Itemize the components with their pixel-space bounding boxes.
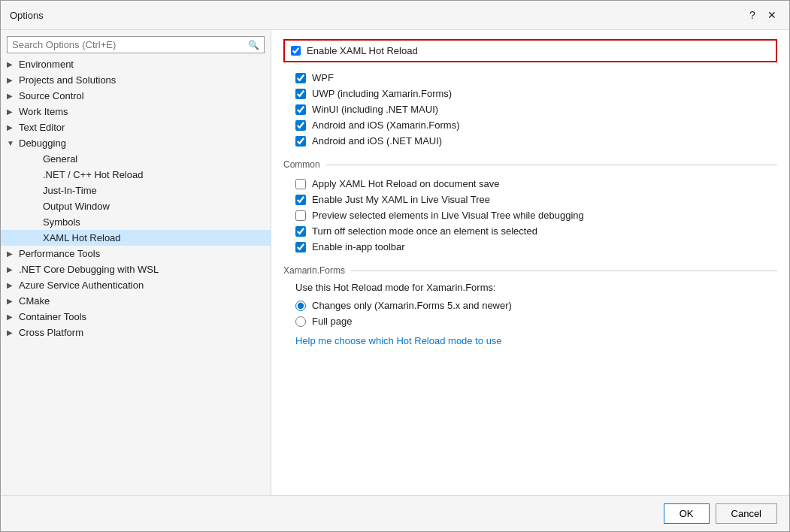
- tree-item-cmake[interactable]: ▶CMake: [1, 293, 271, 309]
- apply-on-save-row: Apply XAML Hot Reload on document save: [283, 176, 777, 192]
- uwp-checkbox[interactable]: [295, 89, 306, 99]
- tree-arrow-source-control: ▶: [7, 92, 19, 100]
- xamarin-label: Xamarin.Forms: [283, 265, 345, 276]
- full-page-radio[interactable]: [295, 316, 306, 327]
- common-divider: [326, 165, 777, 165]
- in-app-toolbar-checkbox[interactable]: [295, 242, 306, 252]
- full-page-label: Full page: [312, 316, 352, 327]
- tree-item-work-items[interactable]: ▶Work Items: [1, 104, 271, 119]
- tree-item-container-tools[interactable]: ▶Container Tools: [1, 309, 271, 325]
- android-ios-maui-checkbox[interactable]: [295, 136, 306, 147]
- dialog-body: 🔍 ▶Environment▶Projects and Solutions▶So…: [1, 30, 789, 495]
- preview-selected-label: Preview selected elements in Live Visual…: [312, 210, 584, 221]
- winui-row: WinUI (including .NET MAUI): [283, 101, 777, 117]
- right-content: Enable XAML Hot Reload WPF UWP (includin…: [271, 30, 789, 361]
- tree-item-source-control[interactable]: ▶Source Control: [1, 88, 271, 104]
- options-dialog: Options ? ✕ 🔍 ▶Environment▶Projects and …: [0, 0, 790, 532]
- xamarin-section-header: Xamarin.Forms: [283, 265, 777, 276]
- tree-arrow-work-items: ▶: [7, 107, 19, 116]
- changes-only-label: Changes only (Xamarin.Forms 5.x and newe…: [312, 300, 512, 311]
- tree-item-symbols[interactable]: Symbols: [1, 214, 271, 230]
- tree-item-dotnet-core-wsl[interactable]: ▶.NET Core Debugging with WSL: [1, 261, 271, 277]
- changes-only-radio[interactable]: [295, 301, 306, 311]
- uwp-label: UWP (including Xamarin.Forms): [312, 88, 452, 99]
- search-input[interactable]: [12, 39, 248, 50]
- tree-label-symbols: Symbols: [43, 216, 265, 228]
- tree-arrow-performance-tools: ▶: [7, 249, 19, 258]
- search-box[interactable]: 🔍: [7, 36, 265, 53]
- tree-item-output-window[interactable]: Output Window: [1, 198, 271, 214]
- wpf-row: WPF: [283, 70, 777, 86]
- tree-arrow-cmake: ▶: [7, 297, 19, 305]
- search-icon: 🔍: [248, 40, 259, 50]
- tree-item-xaml-hot-reload[interactable]: XAML Hot Reload: [1, 230, 271, 246]
- in-app-toolbar-row: Enable in-app toolbar: [283, 239, 777, 255]
- title-bar: Options ? ✕: [1, 1, 789, 30]
- footer: OK Cancel: [1, 495, 789, 531]
- help-button[interactable]: ?: [744, 7, 761, 23]
- turn-off-selection-label: Turn off selection mode once an element …: [312, 225, 537, 237]
- in-app-toolbar-label: Enable in-app toolbar: [312, 241, 405, 252]
- android-ios-xamarin-row: Android and iOS (Xamarin.Forms): [283, 117, 777, 133]
- tree-label-environment: Environment: [19, 59, 265, 70]
- tree-label-dotnet-cpp-hot-reload: .NET / C++ Hot Reload: [43, 169, 265, 180]
- close-button[interactable]: ✕: [764, 7, 780, 23]
- tree-label-source-control: Source Control: [19, 90, 265, 101]
- turn-off-selection-checkbox[interactable]: [295, 226, 306, 237]
- right-scroll-wrapper[interactable]: Enable XAML Hot Reload WPF UWP (includin…: [271, 30, 789, 495]
- xamarin-divider: [351, 271, 777, 271]
- tree-arrow-azure-service-auth: ▶: [7, 281, 19, 289]
- tree-item-performance-tools[interactable]: ▶Performance Tools: [1, 246, 271, 261]
- tree-item-just-in-time[interactable]: Just-In-Time: [1, 183, 271, 198]
- android-ios-maui-row: Android and iOS (.NET MAUI): [283, 133, 777, 149]
- tree-item-dotnet-cpp-hot-reload[interactable]: .NET / C++ Hot Reload: [1, 167, 271, 183]
- tree-label-general: General: [43, 153, 265, 165]
- winui-checkbox[interactable]: [295, 104, 306, 115]
- android-ios-xamarin-checkbox[interactable]: [295, 120, 306, 131]
- full-page-row: Full page: [283, 313, 777, 329]
- tree-container[interactable]: ▶Environment▶Projects and Solutions▶Sour…: [1, 56, 271, 495]
- tree-arrow-cross-platform: ▶: [7, 328, 19, 337]
- help-link-container: Help me choose which Hot Reload mode to …: [283, 329, 777, 352]
- tree-item-debugging[interactable]: ▼Debugging: [1, 135, 271, 151]
- tree-label-output-window: Output Window: [43, 201, 265, 212]
- changes-only-row: Changes only (Xamarin.Forms 5.x and newe…: [283, 298, 777, 313]
- tree-label-container-tools: Container Tools: [19, 311, 265, 322]
- use-hot-reload-label: Use this Hot Reload mode for Xamarin.For…: [283, 282, 777, 298]
- tree-label-text-editor: Text Editor: [19, 122, 265, 133]
- android-ios-xamarin-label: Android and iOS (Xamarin.Forms): [312, 119, 460, 131]
- tree-item-projects-solutions[interactable]: ▶Projects and Solutions: [1, 72, 271, 88]
- enable-xaml-checkbox[interactable]: [291, 46, 301, 56]
- apply-on-save-label: Apply XAML Hot Reload on document save: [312, 178, 500, 189]
- tree-label-dotnet-core-wsl: .NET Core Debugging with WSL: [19, 264, 265, 275]
- tree-label-azure-service-auth: Azure Service Authentication: [19, 280, 265, 291]
- tree-label-just-in-time: Just-In-Time: [43, 185, 265, 196]
- cancel-button[interactable]: Cancel: [716, 503, 777, 524]
- tree-item-azure-service-auth[interactable]: ▶Azure Service Authentication: [1, 277, 271, 293]
- wpf-checkbox[interactable]: [295, 73, 306, 83]
- tree-arrow-projects-solutions: ▶: [7, 76, 19, 84]
- dialog-title: Options: [10, 10, 44, 21]
- tree-arrow-container-tools: ▶: [7, 313, 19, 321]
- android-ios-maui-label: Android and iOS (.NET MAUI): [312, 135, 442, 147]
- tree-label-cmake: CMake: [19, 295, 265, 307]
- apply-on-save-checkbox[interactable]: [295, 179, 306, 189]
- help-link[interactable]: Help me choose which Hot Reload mode to …: [295, 332, 502, 349]
- tree-item-environment[interactable]: ▶Environment: [1, 56, 271, 72]
- preview-selected-checkbox[interactable]: [295, 210, 306, 221]
- common-label: Common: [283, 159, 320, 170]
- tree-item-general[interactable]: General: [1, 151, 271, 167]
- tree-label-work-items: Work Items: [19, 106, 265, 117]
- tree-label-xaml-hot-reload: XAML Hot Reload: [43, 232, 265, 243]
- tree-item-text-editor[interactable]: ▶Text Editor: [1, 119, 271, 135]
- enable-xaml-section: Enable XAML Hot Reload: [283, 39, 777, 62]
- preview-selected-row: Preview selected elements in Live Visual…: [283, 207, 777, 223]
- tree-arrow-environment: ▶: [7, 60, 19, 68]
- tree-arrow-debugging: ▼: [7, 139, 19, 147]
- just-my-xaml-checkbox[interactable]: [295, 195, 306, 205]
- ok-button[interactable]: OK: [664, 503, 710, 524]
- right-panel: Enable XAML Hot Reload WPF UWP (includin…: [271, 30, 789, 495]
- tree-label-cross-platform: Cross Platform: [19, 327, 265, 338]
- tree-item-cross-platform[interactable]: ▶Cross Platform: [1, 325, 271, 340]
- tree-label-projects-solutions: Projects and Solutions: [19, 74, 265, 86]
